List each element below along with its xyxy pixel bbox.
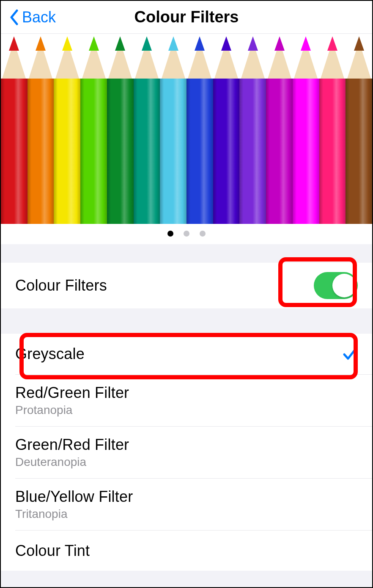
pencil <box>160 36 186 224</box>
page-indicator[interactable] <box>1 224 372 244</box>
filter-option[interactable]: Greyscale <box>1 334 372 374</box>
filter-option[interactable]: Blue/Yellow FilterTritanopia <box>15 478 372 530</box>
pencil <box>213 36 240 224</box>
filter-option[interactable]: Colour Tint <box>15 530 372 571</box>
pencil <box>27 36 54 224</box>
filter-option[interactable]: Green/Red FilterDeuteranopia <box>15 426 372 478</box>
pencil <box>293 36 319 224</box>
page-dot[interactable] <box>200 231 206 237</box>
filter-options-group: GreyscaleRed/Green FilterProtanopiaGreen… <box>1 334 372 571</box>
filter-label: Colour Tint <box>15 542 90 560</box>
pencil <box>107 36 134 224</box>
filter-option[interactable]: Red/Green FilterProtanopia <box>15 374 372 426</box>
pencil-preview[interactable] <box>1 36 372 224</box>
pencil <box>1 36 27 224</box>
pencil <box>266 36 293 224</box>
toggle-label: Colour Filters <box>15 277 107 294</box>
toggle-group: Colour Filters <box>1 263 372 308</box>
filter-sublabel: Protanopia <box>15 403 129 417</box>
filter-sublabel: Tritanopia <box>15 507 133 521</box>
page-dot[interactable] <box>167 231 173 237</box>
filter-sublabel: Deuteranopia <box>15 455 129 469</box>
toggle-knob <box>332 274 356 297</box>
page-title: Colour Filters <box>1 8 372 26</box>
colour-filters-toggle-row[interactable]: Colour Filters <box>1 263 372 308</box>
checkmark-icon <box>342 346 358 362</box>
pencil <box>54 36 80 224</box>
page-dot[interactable] <box>184 231 189 237</box>
chevron-left-icon <box>9 9 19 25</box>
pencil <box>134 36 160 224</box>
pencil <box>319 36 346 224</box>
colour-filters-toggle[interactable] <box>314 272 358 299</box>
pencil <box>186 36 213 224</box>
back-button[interactable]: Back <box>1 8 56 26</box>
pencil <box>239 36 266 224</box>
filter-label: Greyscale <box>15 345 85 363</box>
pencil <box>80 36 107 224</box>
preview-card <box>1 34 372 244</box>
back-label: Back <box>22 8 56 26</box>
filter-label: Blue/Yellow Filter <box>15 488 133 506</box>
nav-bar: Back Colour Filters <box>1 1 372 34</box>
pencil <box>346 36 372 224</box>
filter-label: Red/Green Filter <box>15 384 129 402</box>
filter-label: Green/Red Filter <box>15 436 129 454</box>
